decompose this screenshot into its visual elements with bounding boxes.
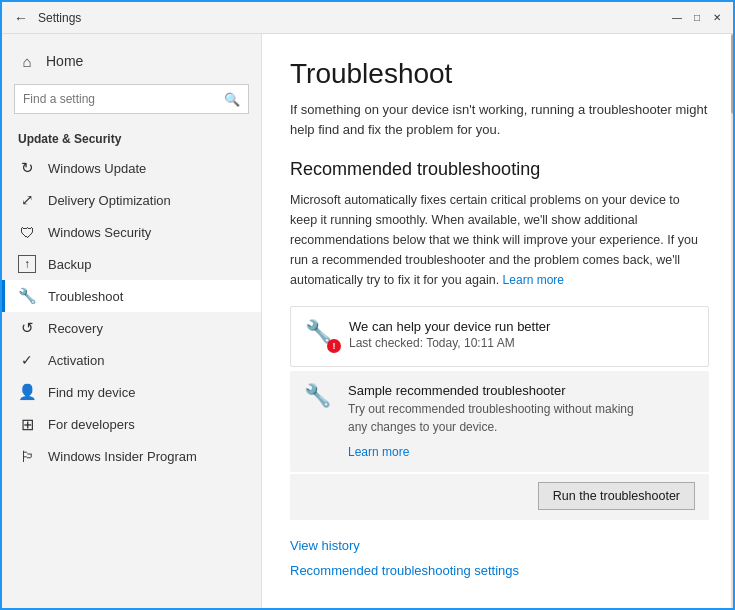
card1-subtitle: Last checked: Today, 10:11 AM — [349, 336, 694, 350]
sidebar-item-windows-security[interactable]: 🛡 Windows Security — [2, 216, 261, 248]
search-icon: 🔍 — [224, 92, 240, 107]
back-button[interactable]: ← — [14, 10, 28, 26]
sidebar-item-home[interactable]: ⌂ Home — [2, 46, 261, 76]
security-icon: 🛡 — [18, 223, 36, 241]
activation-icon: ✓ — [18, 351, 36, 369]
insider-icon: 🏳 — [18, 447, 36, 465]
troubleshoot-card-2: 🔧 Sample recommended troubleshooter Try … — [290, 371, 709, 472]
sidebar-item-label: Recovery — [48, 321, 103, 336]
sidebar-item-recovery[interactable]: ↺ Recovery — [2, 312, 261, 344]
troubleshoot-card-1: 🔧 ! We can help your device run better L… — [290, 306, 709, 367]
search-input[interactable] — [23, 92, 224, 106]
sidebar-item-for-developers[interactable]: ⊞ For developers — [2, 408, 261, 440]
title-bar-left: ← Settings — [14, 10, 81, 26]
section-title: Recommended troubleshooting — [290, 159, 709, 180]
card1-title: We can help your device run better — [349, 319, 694, 334]
sidebar-item-label: Windows Update — [48, 161, 146, 176]
sidebar-item-label: Troubleshoot — [48, 289, 123, 304]
find-device-icon: 👤 — [18, 383, 36, 401]
card2-desc: Try out recommended troubleshooting with… — [348, 400, 695, 436]
sidebar: ⌂ Home 🔍 Update & Security ↻ Windows Upd… — [2, 34, 262, 610]
sidebar-item-windows-insider[interactable]: 🏳 Windows Insider Program — [2, 440, 261, 472]
windows-update-icon: ↻ — [18, 159, 36, 177]
view-history-link[interactable]: View history — [290, 538, 709, 553]
developers-icon: ⊞ — [18, 415, 36, 433]
sidebar-item-activation[interactable]: ✓ Activation — [2, 344, 261, 376]
page-subtitle: If something on your device isn't workin… — [290, 100, 709, 139]
maximize-button[interactable]: □ — [689, 10, 705, 26]
section-description: Microsoft automatically fixes certain cr… — [290, 190, 709, 290]
run-btn-row: Run the troubleshooter — [290, 474, 709, 520]
sidebar-item-label: Backup — [48, 257, 91, 272]
run-troubleshooter-button[interactable]: Run the troubleshooter — [538, 482, 695, 510]
sidebar-item-find-my-device[interactable]: 👤 Find my device — [2, 376, 261, 408]
sidebar-item-label: Find my device — [48, 385, 135, 400]
app-body: ⌂ Home 🔍 Update & Security ↻ Windows Upd… — [2, 34, 735, 610]
learn-more-inline-link[interactable]: Learn more — [503, 273, 564, 287]
app-title: Settings — [38, 11, 81, 25]
sidebar-item-label: For developers — [48, 417, 135, 432]
minimize-button[interactable]: — — [669, 10, 685, 26]
sidebar-item-label: Windows Security — [48, 225, 151, 240]
sidebar-item-windows-update[interactable]: ↻ Windows Update — [2, 152, 261, 184]
scrollbar-thumb[interactable] — [731, 34, 735, 114]
error-badge: ! — [327, 339, 341, 353]
troubleshoot-icon: 🔧 — [18, 287, 36, 305]
recommended-settings-link[interactable]: Recommended troubleshooting settings — [290, 563, 709, 578]
card1-icon-wrapper: 🔧 ! — [305, 319, 337, 351]
delivery-icon: ⤢ — [18, 191, 36, 209]
card2-title: Sample recommended troubleshooter — [348, 383, 695, 398]
sidebar-home-label: Home — [46, 53, 83, 69]
sidebar-item-troubleshoot[interactable]: 🔧 Troubleshoot — [2, 280, 261, 312]
sidebar-item-label: Delivery Optimization — [48, 193, 171, 208]
title-bar: ← Settings — □ ✕ — [2, 2, 735, 34]
sidebar-item-delivery-optimization[interactable]: ⤢ Delivery Optimization — [2, 184, 261, 216]
sidebar-item-label: Windows Insider Program — [48, 449, 197, 464]
wrench-icon-2: 🔧 — [304, 383, 336, 409]
bottom-links: View history Recommended troubleshooting… — [290, 538, 709, 578]
close-button[interactable]: ✕ — [709, 10, 725, 26]
search-box[interactable]: 🔍 — [14, 84, 249, 114]
page-title: Troubleshoot — [290, 58, 709, 90]
card2-icon-wrapper: 🔧 — [304, 383, 336, 415]
home-icon: ⌂ — [18, 52, 36, 70]
main-content: Troubleshoot If something on your device… — [262, 34, 735, 610]
scrollbar-track[interactable] — [731, 34, 735, 610]
card1-content: We can help your device run better Last … — [349, 319, 694, 354]
card2-learn-more-link[interactable]: Learn more — [348, 445, 409, 459]
card2-content: Sample recommended troubleshooter Try ou… — [348, 383, 695, 460]
backup-icon: ↑ — [18, 255, 36, 273]
sidebar-item-backup[interactable]: ↑ Backup — [2, 248, 261, 280]
recovery-icon: ↺ — [18, 319, 36, 337]
sidebar-section-title: Update & Security — [2, 122, 261, 152]
window-controls: — □ ✕ — [669, 10, 725, 26]
sidebar-item-label: Activation — [48, 353, 104, 368]
